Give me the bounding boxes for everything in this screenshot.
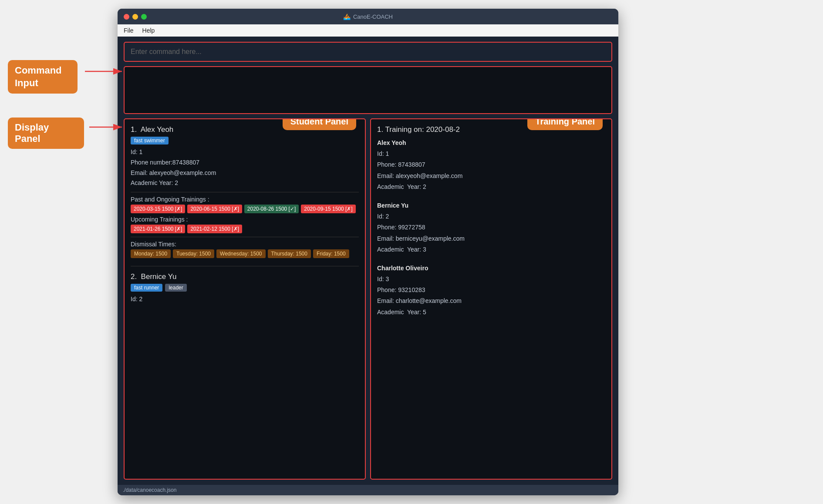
student-2-info: Id: 2: [131, 294, 359, 305]
window-title: 🚣 CanoE-COACH: [343, 13, 393, 20]
training-panel[interactable]: Training Panel 1. Training on: 2020-08-2…: [370, 118, 612, 480]
dismissal-thu: Thursday: 1500: [268, 249, 311, 258]
outer-wrapper: CommandInput Display Panel: [0, 0, 823, 504]
student-1-info: Id: 1 Phone number:87438807 Email: alexy…: [131, 147, 359, 188]
training-panel-badge: Training Panel: [527, 118, 603, 130]
past-ongoing-label: Past and Ongoing Trainings :: [131, 196, 359, 203]
title-bar: 🚣 CanoE-COACH: [118, 9, 618, 24]
arrow-command-input: [83, 67, 126, 76]
student-2-name: 2. Bernice Yu: [131, 272, 359, 281]
past-ongoing-badges: 2020-03-15 1500 [✗] 2020-06-15 1500 [✗] …: [131, 205, 359, 213]
annotation-display-panel: Display Panel: [8, 118, 84, 149]
dismissal-tue: Tuesday: 1500: [173, 249, 214, 258]
student-panel-badge: Student Panel: [283, 118, 356, 130]
menu-help[interactable]: Help: [142, 27, 155, 34]
training-badge-4: 2020-09-15 1500 [✗]: [301, 205, 355, 213]
student-panel[interactable]: Student Panel 1. Alex Yeoh fast swimmer …: [124, 118, 366, 480]
student-2-tags: fast runner leader: [131, 284, 359, 292]
menu-file[interactable]: File: [124, 27, 134, 34]
bottom-panels: Student Panel 1. Alex Yeoh fast swimmer …: [124, 118, 612, 480]
upcoming-badges: 2021-01-26 1500 [✗] 2021-02-12 1500 [✗]: [131, 225, 359, 233]
traffic-lights: [124, 14, 147, 20]
training-badge-1: 2020-03-15 1500 [✗]: [131, 205, 185, 213]
upcoming-badge-2: 2021-02-12 1500 [✗]: [187, 225, 242, 233]
dismissal-wed: Wednesday: 1500: [216, 249, 266, 258]
student-entry-2: 2. Bernice Yu fast runner leader Id: 2: [131, 272, 359, 311]
menu-bar: File Help: [118, 24, 618, 37]
status-bar: ./data/canoecoach.json: [118, 485, 618, 495]
dismissal-badges: Monday: 1500 Tuesday: 1500 Wednesday: 15…: [131, 249, 359, 258]
app-window: 🚣 CanoE-COACH File Help Student Panel: [118, 9, 618, 495]
training-badge-2: 2020-06-15 1500 [✗]: [187, 205, 242, 213]
student-1-tags: fast swimmer: [131, 137, 359, 144]
command-input-wrapper: [124, 42, 612, 62]
display-panel: [124, 66, 612, 114]
upcoming-badge-1: 2021-01-26 1500 [✗]: [131, 225, 185, 233]
annotation-command-input: CommandInput: [8, 60, 78, 94]
minimize-button[interactable]: [132, 14, 138, 20]
app-icon: 🚣: [343, 13, 351, 20]
training-badge-3: 2020-08-26 1500 [✓]: [244, 205, 299, 213]
arrow-display-panel: [87, 123, 126, 131]
maximize-button[interactable]: [141, 14, 147, 20]
app-body: Student Panel 1. Alex Yeoh fast swimmer …: [118, 37, 618, 485]
dismissal-label: Dismissal Times:: [131, 241, 359, 248]
training-person-2: Bernice Yu Id: 2 Phone: 99272758 Email: …: [377, 200, 605, 255]
close-button[interactable]: [124, 14, 129, 20]
training-person-1: Alex Yeoh Id: 1 Phone: 87438807 Email: a…: [377, 138, 605, 192]
dismissal-mon: Monday: 1500: [131, 249, 171, 258]
command-input[interactable]: [125, 43, 611, 61]
dismissal-fri: Friday: 1500: [313, 249, 349, 258]
training-person-3: Charlotte Oliveiro Id: 3 Phone: 93210283…: [377, 263, 605, 318]
tag-fast-runner: fast runner: [131, 284, 162, 292]
status-text: ./data/canoecoach.json: [123, 487, 176, 493]
upcoming-label: Upcoming Trainings :: [131, 216, 359, 223]
tag-fast-swimmer: fast swimmer: [131, 137, 169, 144]
student-entry-1: 1. Alex Yeoh fast swimmer Id: 1 Phone nu…: [131, 125, 359, 266]
tag-leader: leader: [165, 284, 186, 292]
